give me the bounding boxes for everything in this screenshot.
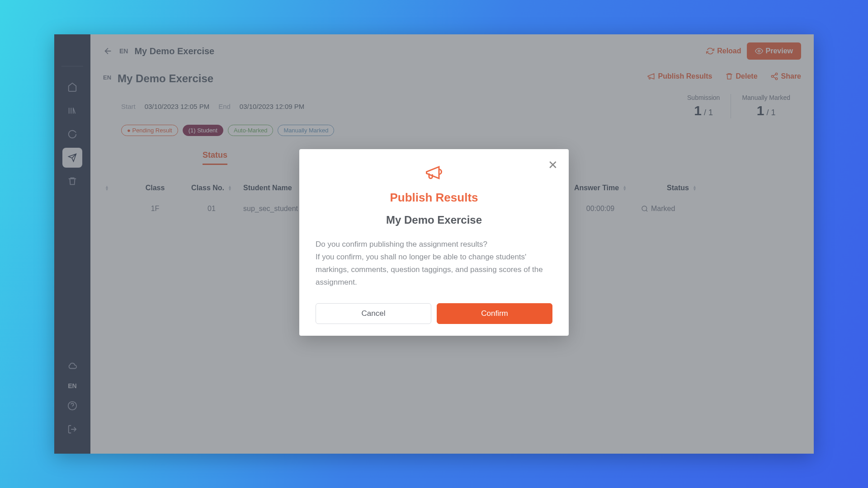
modal-close-button[interactable]: ✕	[548, 159, 558, 171]
modal-overlay[interactable]: ✕ Publish Results My Demo Exercise Do yo…	[54, 34, 814, 454]
modal-body: Do you confirm publishing the assignment…	[316, 238, 552, 289]
modal-subtitle: My Demo Exercise	[316, 214, 552, 226]
modal-title: Publish Results	[316, 191, 552, 205]
modal-body-line2: If you confirm, you shall no longer be a…	[316, 251, 552, 289]
megaphone-icon	[316, 163, 552, 183]
confirm-button[interactable]: Confirm	[437, 303, 552, 324]
modal-body-line1: Do you confirm publishing the assignment…	[316, 238, 552, 251]
publish-modal: ✕ Publish Results My Demo Exercise Do yo…	[299, 149, 569, 336]
app-frame: EN EN My Demo Exercise Reload	[54, 34, 814, 454]
cancel-button[interactable]: Cancel	[316, 303, 431, 324]
modal-actions: Cancel Confirm	[316, 303, 552, 324]
